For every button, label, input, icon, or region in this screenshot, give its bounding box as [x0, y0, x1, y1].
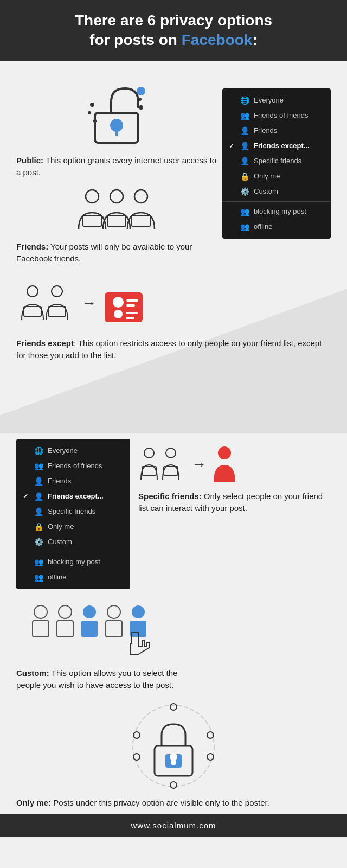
svg-rect-27: [142, 467, 156, 475]
svg-point-11: [110, 190, 123, 203]
fof-icon2: 👥: [34, 462, 43, 470]
svg-rect-29: [164, 467, 178, 475]
gear-icon2: ⚙️: [34, 538, 43, 546]
svg-rect-12: [107, 215, 126, 226]
group-outline-icon: [138, 444, 187, 485]
dropdown-menu-2: 🌐 Everyone 👥 Friends of friends 👤 Friend…: [16, 439, 130, 589]
svg-point-9: [86, 190, 99, 203]
dropdown-menu-1: 🌐 Everyone 👥 Friends of friends 👤 Friend…: [222, 72, 331, 239]
header-colon: :: [252, 31, 257, 48]
svg-point-33: [59, 605, 72, 618]
section-custom: Custom: This option allows you to select…: [0, 595, 347, 697]
dropdown1-blocking[interactable]: 👥 blocking my post: [222, 204, 331, 219]
red-person-card-icon: [102, 282, 145, 325]
dropdown1-only-me[interactable]: 🔒 Only me: [222, 169, 331, 184]
friends-except-icon: 👤: [240, 142, 249, 150]
gear-icon: ⚙️: [240, 187, 249, 196]
svg-rect-19: [105, 292, 143, 322]
public-title: Public:: [16, 156, 43, 165]
offline-icon: 👥: [240, 222, 249, 231]
svg-rect-51: [171, 760, 176, 765]
svg-point-8: [137, 87, 145, 95]
custom-group-icon: [27, 600, 168, 660]
main-content: Public: This option grants every interne…: [0, 61, 347, 815]
svg-point-23: [114, 310, 123, 318]
specific-friends-illustration: →: [138, 444, 331, 485]
svg-point-15: [27, 286, 38, 297]
dropdown1-friends[interactable]: 👤 Friends: [222, 123, 331, 138]
custom-left: Custom: This option allows you to select…: [16, 600, 179, 692]
dropdown1-offline[interactable]: 👥 offline: [222, 219, 331, 234]
dropdown1-friends-except[interactable]: ✓ 👤 Friends except...: [222, 138, 331, 154]
dropdown2-only-me[interactable]: 🔒 Only me: [16, 519, 130, 534]
dropdown2-friends-of-friends[interactable]: 👥 Friends of friends: [16, 458, 130, 474]
arrow-icon: →: [81, 295, 97, 312]
arrow-icon2: →: [191, 456, 207, 473]
footer-url: www.socialmum.com: [131, 821, 216, 830]
header-line2: for posts on: [89, 31, 182, 48]
dropdown1-custom[interactable]: ⚙️ Custom: [222, 184, 331, 199]
locked-padlock-icon: [130, 703, 217, 789]
svg-point-17: [52, 286, 62, 297]
dropdown2-specific-friends[interactable]: 👤 Specific friends: [16, 504, 130, 519]
only-me-text: Only me: Posts under this privacy option…: [16, 797, 331, 809]
svg-point-4: [88, 111, 91, 114]
dropdown2-friends-except[interactable]: ✓ 👤 Friends except...: [16, 489, 130, 504]
friends-except-title: Friends except: [16, 339, 74, 348]
dropdown1-specific-friends[interactable]: 👤 Specific friends: [222, 154, 331, 169]
public-left: Public: This option grants every interne…: [16, 72, 217, 265]
svg-rect-10: [83, 215, 101, 226]
dropdown2-friends[interactable]: 👤 Friends: [16, 474, 130, 489]
svg-rect-25: [126, 317, 134, 319]
friends-except-illustration: →: [16, 276, 331, 333]
svg-point-45: [170, 782, 177, 788]
blocking-icon: 👥: [240, 207, 249, 216]
custom-text: Custom: This option allows you to select…: [16, 667, 179, 692]
specific-friends-text: Specific friends: Only select people on …: [138, 490, 331, 515]
custom-illustration: [16, 600, 179, 662]
svg-rect-22: [126, 304, 135, 307]
svg-point-31: [34, 605, 47, 618]
svg-point-42: [170, 704, 177, 710]
friends-icon-dd: 👤: [240, 126, 249, 135]
dropdown1-friends-of-friends[interactable]: 👥 Friends of friends: [222, 108, 331, 123]
svg-rect-38: [106, 621, 122, 637]
blocking-icon2: 👥: [34, 558, 43, 566]
specific-friends-title: Specific friends:: [138, 492, 202, 501]
svg-rect-32: [33, 621, 49, 637]
svg-rect-14: [132, 215, 150, 226]
friends-icon: [73, 186, 160, 234]
friends-text: Friends: Your posts will only be availab…: [16, 241, 217, 265]
dropdown2-offline[interactable]: 👥 offline: [16, 570, 130, 585]
svg-point-37: [107, 605, 120, 618]
svg-point-26: [144, 448, 154, 458]
svg-point-3: [90, 103, 94, 107]
svg-point-39: [132, 605, 145, 618]
dropdown2-blocking[interactable]: 👥 blocking my post: [16, 554, 130, 570]
sf-icon2: 👤: [34, 507, 43, 516]
fe-icon2: 👤: [34, 492, 43, 501]
svg-rect-34: [57, 621, 73, 637]
svg-rect-18: [48, 307, 66, 316]
group-icon: [16, 282, 76, 325]
friends-of-friends-icon: 👥: [240, 111, 249, 120]
svg-rect-21: [126, 299, 138, 302]
svg-point-44: [207, 754, 214, 760]
only-me-desc: Posts under this privacy option are visi…: [51, 798, 269, 807]
svg-rect-16: [24, 307, 41, 316]
section-specific: 🌐 Everyone 👥 Friends of friends 👤 Friend…: [0, 433, 347, 595]
svg-point-46: [133, 754, 140, 760]
page-header: There are 6 privacy options for posts on…: [0, 0, 347, 61]
dropdown2-everyone[interactable]: 🌐 Everyone: [16, 443, 130, 458]
svg-point-5: [93, 119, 97, 123]
custom-title: Custom:: [16, 668, 49, 678]
only-me-illustration: [16, 703, 331, 792]
dropdown2-divider: [16, 552, 130, 552]
dropdown2-custom[interactable]: ⚙️ Custom: [16, 534, 130, 550]
section-only-me: Only me: Posts under this privacy option…: [0, 697, 347, 815]
lock-open-icon: [81, 78, 152, 148]
dropdown1-everyone[interactable]: 🌐 Everyone: [222, 93, 331, 108]
lock-icon-area: [16, 72, 217, 150]
friends-except-text: Friends except: This option restricts ac…: [16, 337, 331, 362]
globe-icon: 🌐: [240, 96, 249, 105]
